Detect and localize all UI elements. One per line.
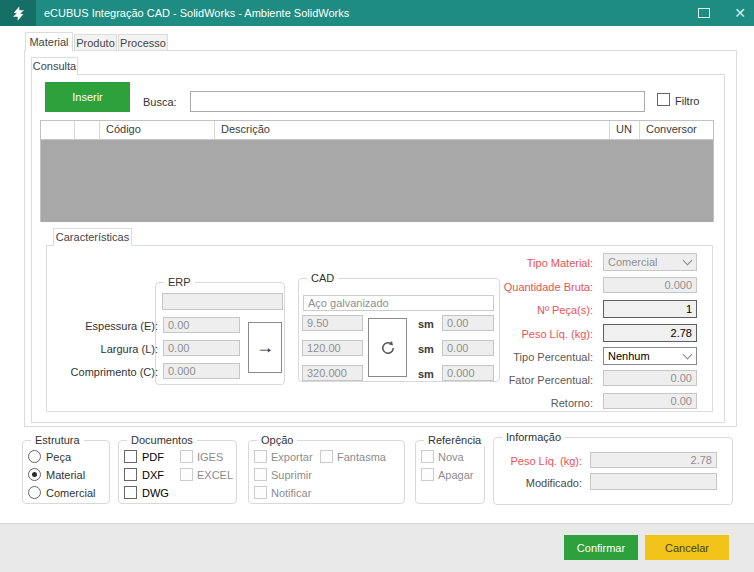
- right-arrow-icon: →: [256, 337, 274, 358]
- sm-label-3: sm: [418, 368, 434, 380]
- checkbox-exportar-label: Exportar: [271, 451, 313, 463]
- app-logo-icon: [0, 0, 36, 26]
- checkbox-iges-label: IGES: [197, 451, 223, 463]
- refresh-button[interactable]: [368, 318, 407, 377]
- window-title: eCUBUS Integração CAD - SolidWorks - Amb…: [44, 0, 349, 26]
- tipo-material-label: Tipo Material:: [483, 257, 593, 269]
- tipo-percentual-value: Nenhum: [608, 350, 650, 362]
- busca-input[interactable]: [190, 91, 645, 112]
- checkbox-iges: [180, 450, 193, 463]
- radio-comercial[interactable]: [28, 486, 41, 499]
- tipo-material-value: Comercial: [608, 256, 658, 268]
- checkbox-pdf-label: PDF: [142, 451, 164, 463]
- checkbox-pdf[interactable]: [124, 450, 137, 463]
- checkbox-suprimir-label: Suprimir: [271, 469, 312, 481]
- chevron-down-icon: [683, 256, 693, 266]
- tab-produto[interactable]: Produto: [74, 34, 117, 51]
- largura-cad-field[interactable]: 120.00: [302, 340, 363, 356]
- tipo-percentual-combo[interactable]: Nenhum: [603, 347, 697, 365]
- espessura-erp-field[interactable]: 0.00: [163, 317, 240, 333]
- checkbox-apagar: [421, 468, 434, 481]
- erp-group-title: ERP: [164, 276, 195, 288]
- informacao-peso-liq-label: Peso Líq. (kg):: [482, 455, 582, 467]
- chevron-down-icon: [683, 350, 693, 360]
- num-pecas-label: Nº Peça(s):: [483, 304, 593, 316]
- estrutura-group-title: Estrutura: [31, 434, 84, 446]
- retorno-field[interactable]: 0.00: [603, 393, 697, 409]
- checkbox-nova: [421, 450, 434, 463]
- comprimento-label: Comprimento (C):: [38, 366, 158, 378]
- checkbox-exportar: [254, 450, 267, 463]
- documentos-group-title: Documentos: [127, 434, 197, 446]
- radio-comercial-label: Comercial: [46, 487, 96, 499]
- sm-label-1: sm: [418, 318, 434, 330]
- largura-erp-field[interactable]: 0.00: [163, 340, 240, 356]
- confirmar-button[interactable]: Confirmar: [564, 535, 638, 560]
- close-icon[interactable]: ✕: [728, 0, 752, 26]
- title-bar: eCUBUS Integração CAD - SolidWorks - Amb…: [0, 0, 754, 26]
- tab-caracteristicas[interactable]: Características: [53, 228, 132, 246]
- checkbox-fantasma-label: Fantasma: [337, 451, 386, 463]
- fator-percentual-field[interactable]: 0.00: [603, 370, 697, 386]
- checkbox-suprimir: [254, 468, 267, 481]
- referencia-group-title: Referência: [424, 434, 485, 446]
- checkbox-excel-label: EXCEL: [197, 469, 233, 481]
- filtro-label: Filtro: [675, 95, 699, 107]
- informacao-peso-liq-field[interactable]: 2.78: [590, 452, 717, 468]
- checkbox-dwg-label: DWG: [142, 487, 169, 499]
- tab-processo[interactable]: Processo: [118, 34, 168, 51]
- modificado-field[interactable]: [590, 473, 717, 490]
- filtro-checkbox[interactable]: [657, 93, 670, 106]
- radio-material[interactable]: [28, 468, 41, 481]
- tab-consulta[interactable]: Consulta: [31, 57, 78, 75]
- sm-label-2: sm: [418, 343, 434, 355]
- dialog-window: eCUBUS Integração CAD - SolidWorks - Amb…: [0, 0, 754, 572]
- tipo-percentual-label: Tipo Percentual:: [483, 351, 593, 363]
- checkbox-dwg[interactable]: [124, 486, 137, 499]
- cancelar-button[interactable]: Cancelar: [645, 535, 729, 560]
- cad-material-field[interactable]: Aço galvanizado: [303, 295, 494, 311]
- comprimento-erp-field[interactable]: 0.000: [163, 363, 240, 379]
- checkbox-fantasma: [320, 450, 333, 463]
- column-header-conversor[interactable]: Conversor: [640, 121, 713, 139]
- checkbox-notificar: [254, 486, 267, 499]
- retorno-label: Retorno:: [483, 397, 593, 409]
- tab-material[interactable]: Material: [25, 32, 73, 51]
- column-header-descricao[interactable]: Descrição: [215, 121, 610, 139]
- espessura-label: Espessura (E):: [38, 320, 158, 332]
- peso-liq-field[interactable]: 2.78: [603, 324, 697, 342]
- cad-group-title: CAD: [307, 272, 338, 284]
- radio-peca[interactable]: [28, 450, 41, 463]
- erp-name-field[interactable]: [162, 293, 283, 310]
- app-logo-glyph: [9, 4, 28, 23]
- checkbox-dxf-label: DXF: [142, 469, 164, 481]
- tipo-material-combo[interactable]: Comercial: [603, 253, 697, 271]
- checkbox-dxf[interactable]: [124, 468, 137, 481]
- num-pecas-field[interactable]: 1: [603, 300, 697, 318]
- peso-liq-label: Peso Líq. (kg):: [483, 328, 593, 340]
- radio-material-label: Material: [46, 469, 85, 481]
- busca-label: Busca:: [143, 96, 177, 108]
- footer-bar: [0, 523, 754, 572]
- checkbox-apagar-label: Apagar: [438, 469, 473, 481]
- modificado-label: Modificado:: [482, 477, 582, 489]
- column-header-blank2[interactable]: [75, 121, 100, 139]
- column-header-blank1[interactable]: [41, 121, 75, 139]
- informacao-group: Informação: [493, 437, 733, 505]
- opcao-group-title: Opção: [257, 434, 297, 446]
- quantidade-bruta-field[interactable]: 0.000: [603, 277, 697, 293]
- comprimento-cad-field[interactable]: 320.000: [302, 365, 363, 381]
- checkbox-nova-label: Nova: [438, 451, 464, 463]
- column-header-un[interactable]: UN: [610, 121, 640, 139]
- quantidade-bruta-label: Quantidade Bruta:: [483, 281, 593, 293]
- maximize-icon[interactable]: [698, 8, 710, 18]
- transfer-arrow-button[interactable]: →: [248, 322, 282, 373]
- table-body-empty: [41, 140, 713, 222]
- checkbox-excel: [180, 468, 193, 481]
- column-header-codigo[interactable]: Código: [100, 121, 215, 139]
- fator-percentual-label: Fator Percentual:: [483, 374, 593, 386]
- results-table[interactable]: Código Descrição UN Conversor: [40, 120, 714, 222]
- inserir-button[interactable]: Inserir: [45, 82, 130, 112]
- espessura-cad-field[interactable]: 9.50: [302, 315, 363, 331]
- informacao-group-title: Informação: [502, 431, 565, 443]
